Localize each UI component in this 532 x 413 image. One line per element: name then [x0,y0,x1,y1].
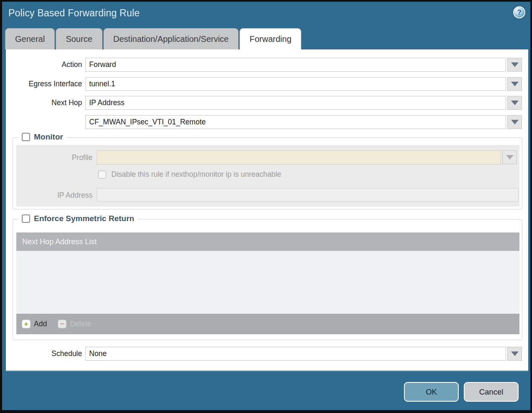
minus-icon: − [58,320,67,328]
next-hop-address-list-header: Next Hop Address List [16,232,519,251]
chevron-down-icon [511,351,519,356]
monitor-ip-address-field [97,188,519,201]
next-hop-type-dropdown-button[interactable] [507,96,522,110]
action-label: Action [6,58,82,72]
tab-source[interactable]: Source [56,28,102,49]
next-hop-address-list-body [16,251,519,314]
help-icon[interactable]: ? [513,6,525,18]
enforce-symmetric-return-title: Enforce Symmetric Return [34,214,134,223]
add-button-label: Add [34,320,47,328]
next-hop-address-select[interactable]: CF_MWAN_IPsec_VTI_01_Remote [85,115,506,129]
forwarding-tab-panel: Action Forward Egress Interface tunnel.1… [6,49,528,371]
cancel-button[interactable]: Cancel [464,382,519,402]
delete-button-label: Delete [70,320,91,328]
chevron-down-icon [511,101,519,105]
monitor-section: Monitor Profile Disable this rule if nex… [13,137,522,209]
tab-bar: General Source Destination/Application/S… [5,28,301,49]
egress-interface-select[interactable]: tunnel.1 [85,77,506,91]
action-dropdown-button[interactable] [507,58,522,72]
monitor-ip-address-input [97,188,519,201]
monitor-panel: Profile Disable this rule if nexthop/mon… [16,145,519,206]
schedule-dropdown-button[interactable] [507,347,522,361]
ok-button[interactable]: OK [404,382,459,402]
next-hop-address-field: CF_MWAN_IPsec_VTI_01_Remote [85,115,522,129]
page-title: Policy Based Forwarding Rule [8,8,140,19]
help-glyph: ? [517,9,521,16]
profile-dropdown-button [502,150,517,164]
disable-rule-checkbox [98,170,106,179]
delete-button: − Delete [58,320,91,328]
action-select[interactable]: Forward [85,58,506,72]
chevron-down-icon [506,155,514,160]
egress-interface-dropdown-button[interactable] [507,77,522,91]
chevron-down-icon [511,62,519,67]
egress-interface-field: tunnel.1 [85,77,522,91]
next-hop-type-select[interactable]: IP Address [85,96,506,110]
schedule-field: None [85,347,522,361]
policy-based-forwarding-dialog: Policy Based Forwarding Rule ? General S… [2,2,530,410]
enforce-symmetric-return-checkbox[interactable] [22,214,30,223]
action-field: Forward [85,58,522,72]
screenshot-frame: Policy Based Forwarding Rule ? General S… [0,0,532,413]
enforce-legend: Enforce Symmetric Return [18,214,138,223]
monitor-ip-address-label: IP Address [16,188,93,202]
tab-general[interactable]: General [5,28,55,49]
disable-rule-row: Disable this rule if nexthop/monitor ip … [98,170,281,179]
enforce-symmetric-return-section: Enforce Symmetric Return Next Hop Addres… [13,219,522,340]
monitor-checkbox[interactable] [22,133,30,141]
next-hop-address-list-table: Next Hop Address List + Add − Delete [16,232,519,334]
next-hop-type-field: IP Address [85,96,522,110]
monitor-legend: Monitor [18,132,67,142]
next-hop-address-dropdown-button[interactable] [507,115,522,129]
profile-field [97,150,517,165]
schedule-label: Schedule [6,347,82,361]
plus-icon: + [22,320,31,328]
table-toolbar: + Add − Delete [16,314,519,334]
add-button[interactable]: + Add [22,320,47,328]
profile-label: Profile [16,150,93,165]
monitor-section-title: Monitor [34,132,63,142]
chevron-down-icon [511,120,519,124]
egress-interface-label: Egress Interface [6,77,82,91]
tab-destination-application-service[interactable]: Destination/Application/Service [103,28,239,49]
profile-select [97,150,501,165]
next-hop-label: Next Hop [6,96,82,110]
minus-glyph: − [60,320,64,328]
schedule-select[interactable]: None [85,347,506,361]
plus-glyph: + [24,320,28,328]
tab-forwarding[interactable]: Forwarding [239,28,301,49]
disable-rule-label: Disable this rule if nexthop/monitor ip … [111,170,281,179]
chevron-down-icon [511,82,519,86]
